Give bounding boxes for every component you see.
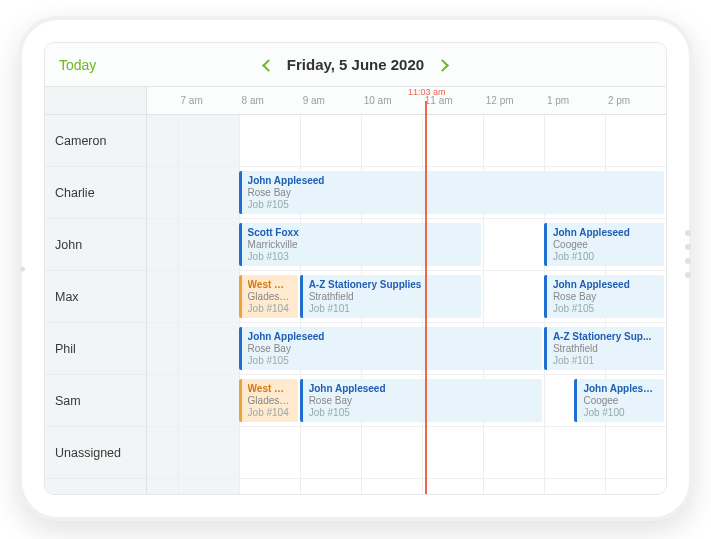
event-card[interactable]: John AppleseedRose BayJob #105 (239, 171, 664, 214)
event-title: John Appleseed (248, 175, 658, 187)
event-job: Job #105 (309, 407, 536, 419)
schedule-row[interactable] (147, 115, 666, 167)
event-subtitle: Gladesville (248, 291, 292, 303)
event-subtitle: Rose Bay (248, 187, 658, 199)
today-button[interactable]: Today (45, 57, 96, 73)
time-tick: 9 am (303, 95, 325, 106)
resource-row[interactable]: Cameron (45, 115, 146, 167)
schedule-row[interactable]: John AppleseedRose BayJob #105 (147, 167, 666, 219)
resource-row[interactable]: Unassigned (45, 427, 146, 479)
event-job: Job #100 (583, 407, 658, 419)
resource-row[interactable]: Charlie (45, 167, 146, 219)
time-tick: 2 pm (608, 95, 630, 106)
time-ruler: 7 am8 am9 am10 am11 am12 pm1 pm2 pm (147, 87, 666, 115)
event-card[interactable]: John AppleseedCoogeeJob #100 (544, 223, 664, 266)
time-tick: 12 pm (486, 95, 514, 106)
event-job: Job #101 (309, 303, 475, 315)
prev-day-button[interactable] (264, 56, 273, 74)
chevron-right-icon (436, 59, 449, 72)
event-title: John Appleseed (553, 227, 658, 239)
event-subtitle: Coogee (583, 395, 658, 407)
schedule-grid[interactable]: 7 am8 am9 am10 am11 am12 pm1 pm2 pm John… (147, 87, 666, 494)
event-card[interactable]: A-Z Stationery SuppliesStrathfieldJob #1… (300, 275, 481, 318)
resource-column: CameronCharlieJohnMaxPhilSamUnassigned (45, 87, 147, 494)
event-job: Job #105 (248, 199, 658, 211)
event-subtitle: Rose Bay (309, 395, 536, 407)
event-subtitle: Strathfield (309, 291, 475, 303)
schedule-row[interactable]: West Offic...GladesvilleJob #104John App… (147, 375, 666, 427)
schedule-row[interactable]: John AppleseedRose BayJob #105A-Z Statio… (147, 323, 666, 375)
current-date[interactable]: Friday, 5 June 2020 (287, 56, 424, 73)
event-card[interactable]: Scott FoxxMarrickvilleJob #103 (239, 223, 481, 266)
event-job: Job #104 (248, 407, 292, 419)
time-tick: 1 pm (547, 95, 569, 106)
event-subtitle: Rose Bay (553, 291, 658, 303)
event-job: Job #103 (248, 251, 475, 263)
schedule-row[interactable] (147, 427, 666, 479)
event-title: West Offic... (248, 383, 292, 395)
event-card[interactable]: West Offic...GladesvilleJob #104 (239, 275, 298, 318)
resource-row[interactable]: Sam (45, 375, 146, 427)
header-bar: Today Friday, 5 June 2020 (45, 43, 666, 87)
event-title: John Appleseed (248, 331, 536, 343)
event-job: Job #100 (553, 251, 658, 263)
event-title: John Appleseed (309, 383, 536, 395)
now-label: 11:03 am (408, 87, 446, 97)
event-title: West Offic... (248, 279, 292, 291)
event-card[interactable]: West Offic...GladesvilleJob #104 (239, 379, 298, 422)
event-title: A-Z Stationery Supplies (309, 279, 475, 291)
now-indicator: 11:03 am (425, 101, 427, 494)
event-card[interactable]: John AppleseedRose BayJob #105 (239, 327, 542, 370)
time-tick: 10 am (364, 95, 392, 106)
event-subtitle: Strathfield (553, 343, 658, 355)
time-tick: 7 am (181, 95, 203, 106)
event-title: A-Z Stationery Sup... (553, 331, 658, 343)
event-job: Job #101 (553, 355, 658, 367)
event-subtitle: Marrickville (248, 239, 475, 251)
event-card[interactable]: John AppleseedRose BayJob #105 (544, 275, 664, 318)
event-title: John Appleseed (553, 279, 658, 291)
event-subtitle: Coogee (553, 239, 658, 251)
schedule-row[interactable]: West Offic...GladesvilleJob #104A-Z Stat… (147, 271, 666, 323)
resource-row[interactable]: Phil (45, 323, 146, 375)
event-subtitle: Gladesville (248, 395, 292, 407)
schedule-row[interactable]: Scott FoxxMarrickvilleJob #103John Apple… (147, 219, 666, 271)
event-subtitle: Rose Bay (248, 343, 536, 355)
event-card[interactable]: John AppleseedCoogeeJob #100 (574, 379, 664, 422)
time-tick: 8 am (242, 95, 264, 106)
event-card[interactable]: A-Z Stationery Sup...StrathfieldJob #101 (544, 327, 664, 370)
next-day-button[interactable] (438, 56, 447, 74)
resource-row[interactable]: Max (45, 271, 146, 323)
chevron-left-icon (262, 59, 275, 72)
event-title: Scott Foxx (248, 227, 475, 239)
event-job: Job #104 (248, 303, 292, 315)
event-job: Job #105 (248, 355, 536, 367)
event-job: Job #105 (553, 303, 658, 315)
resource-row[interactable]: John (45, 219, 146, 271)
event-title: John Appleseed (583, 383, 658, 395)
event-card[interactable]: John AppleseedRose BayJob #105 (300, 379, 542, 422)
